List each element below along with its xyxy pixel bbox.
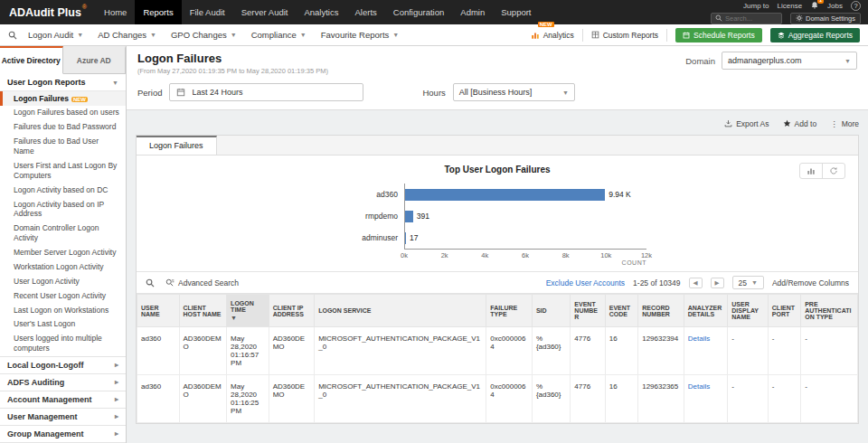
cell-record-number: 129632365 <box>638 375 684 423</box>
add-to-button[interactable]: Add to <box>783 119 817 128</box>
topbar-utility-row: Jump to License 1 Jobs ? <box>711 1 861 11</box>
sidebar-item-logon-failures[interactable]: Logon FailuresNEW <box>0 91 126 106</box>
col-client-ip-address[interactable]: CLIENT IP ADDRESS <box>269 295 315 327</box>
aggregate-reports-button[interactable]: Aggregate Reports <box>770 28 860 42</box>
sort-desc-icon[interactable]: ▼ <box>231 315 265 321</box>
sidebar-group-account-management[interactable]: Account Management▸ <box>0 391 126 408</box>
col-analyzer-details[interactable]: ANALYZER DETAILS <box>684 295 728 327</box>
license-link[interactable]: License <box>778 2 803 10</box>
hours-dropdown[interactable]: All [Business Hours] ▼ <box>453 83 575 101</box>
sidebar-group-user-management[interactable]: User Management▸ <box>0 408 126 425</box>
page-size-dropdown[interactable]: 25 ▼ <box>732 276 764 289</box>
col-client-port[interactable]: CLIENT PORT <box>768 295 800 327</box>
col-user-name[interactable]: USER NAME <box>137 295 180 327</box>
app-logo[interactable]: ADAudit Plus® <box>0 0 96 24</box>
col-client-host-name[interactable]: CLIENT HOST NAME <box>179 295 227 327</box>
col-user-display-name[interactable]: USER DISPLAY NAME <box>728 295 769 327</box>
col-record-number[interactable]: RECORD NUMBER <box>638 295 684 327</box>
tab-logon-failures[interactable]: Logon Failures <box>137 136 217 155</box>
details-link[interactable]: Details <box>688 382 710 391</box>
sidebar-item-logon-activity-dc[interactable]: Logon Activity based on DC <box>0 183 126 197</box>
domain-dropdown[interactable]: admanagerplus.com ▼ <box>722 52 857 70</box>
sidebar-group-adfs-auditing[interactable]: ADFS Auditing▸ <box>0 373 126 391</box>
sidebar-item-users-last-logon[interactable]: User's Last Logon <box>0 317 126 332</box>
sidebar-item-last-logon-workstations[interactable]: Last Logon on Workstations <box>0 303 126 317</box>
global-search[interactable] <box>711 13 782 24</box>
help-icon[interactable]: ? <box>851 1 861 11</box>
analytics-button[interactable]: NEW Analytics <box>531 31 574 40</box>
menu-gpo-changes[interactable]: GPO Changes▼ <box>171 30 237 40</box>
bar-row: 9.94 K <box>405 184 646 205</box>
sidebar-item-recent-user-logon[interactable]: Recent User Logon Activity <box>0 288 126 303</box>
sidebar-group-group-management[interactable]: Group Management▸ <box>0 425 126 442</box>
nav-alerts[interactable]: Alerts <box>346 0 384 24</box>
prev-page-button[interactable]: ◀ <box>689 278 703 288</box>
section-label: User Logon Reports <box>7 78 86 87</box>
group-label: Local Logon-Logoff <box>7 361 83 370</box>
calendar-icon <box>683 32 690 39</box>
domain-selector: Domain admanagerplus.com ▼ <box>685 52 857 70</box>
title-block: Logon Failures (From May 27,2020 01:19:3… <box>137 52 328 75</box>
nav-configuration[interactable]: Configuration <box>385 0 453 24</box>
jobs-link[interactable]: Jobs <box>827 2 843 10</box>
nav-server-audit[interactable]: Server Audit <box>233 0 297 24</box>
advanced-search-button[interactable]: Advanced Search <box>165 278 239 287</box>
sidebar-group-local-logon-logoff[interactable]: Local Logon-Logoff▸ <box>0 356 126 373</box>
nav-support[interactable]: Support <box>493 0 539 24</box>
sidebar-item-first-last-logon-by-computers[interactable]: Users First and Last Logon By Computers <box>0 158 126 183</box>
custom-reports-button[interactable]: Custom Reports <box>591 31 658 40</box>
next-page-button[interactable]: ▶ <box>711 278 724 288</box>
bar-adminuser[interactable] <box>405 232 406 244</box>
menu-compliance[interactable]: Compliance▼ <box>251 30 307 40</box>
sidebar-item-failures-bad-user-name[interactable]: Failures due to Bad User Name <box>0 135 126 159</box>
more-button[interactable]: ⋮ More <box>830 119 859 128</box>
chart-refresh-icon[interactable] <box>822 164 844 178</box>
sidebar-item-logon-failures-based-on-users[interactable]: Logon Failures based on users <box>0 106 126 120</box>
sidebar-item-users-multiple-computers[interactable]: Users logged into multiple computers <box>0 332 126 356</box>
col-sid[interactable]: SID <box>532 295 570 327</box>
col-logon-time[interactable]: LOGON TIME ▼ <box>227 295 269 327</box>
bar-rmpdemo[interactable] <box>405 211 413 222</box>
schedule-reports-button[interactable]: Schedule Reports <box>675 28 762 42</box>
sidebar-section-user-logon-reports[interactable]: User Logon Reports ▼ <box>0 74 126 91</box>
period-picker[interactable]: Last 24 Hours <box>169 83 363 101</box>
col-event-number[interactable]: EVENT NUMBER <box>571 295 605 327</box>
col-failure-type[interactable]: FAILURE TYPE <box>486 295 533 327</box>
table-search-icon[interactable] <box>146 278 155 287</box>
tab-azure-ad[interactable]: Azure AD <box>63 46 127 74</box>
chart-type-icon[interactable] <box>800 164 822 178</box>
sidebar-item-failures-bad-password[interactable]: Failures due to Bad Password <box>0 120 126 135</box>
reports-search-icon[interactable] <box>8 31 17 40</box>
notifications-button[interactable]: 1 <box>810 1 819 10</box>
jump-to-link[interactable]: Jump to <box>743 2 769 10</box>
col-pre-authentication-type[interactable]: PRE AUTHENTICATION TYPE <box>801 295 858 327</box>
bar-ad360[interactable] <box>405 189 605 201</box>
nav-admin[interactable]: Admin <box>452 0 493 24</box>
nav-analytics[interactable]: Analytics <box>296 0 346 24</box>
nav-file-audit[interactable]: File Audit <box>182 0 233 24</box>
col-event-code[interactable]: EVENT CODE <box>605 295 637 327</box>
tab-active-directory[interactable]: Active Directory <box>0 46 63 74</box>
exclude-user-accounts-link[interactable]: Exclude User Accounts <box>546 278 625 287</box>
cell-failure-type: 0xc0000064 <box>486 375 533 423</box>
global-search-input[interactable] <box>725 14 778 23</box>
menu-ad-changes[interactable]: AD Changes▼ <box>98 30 156 40</box>
domain-settings-button[interactable]: Domain Settings <box>790 13 861 24</box>
x-tick: 10k <box>600 251 611 259</box>
col-logon-service[interactable]: LOGON SERVICE <box>315 295 486 327</box>
cell-client-host-name: AD360DEMO <box>179 375 227 423</box>
menu-favourite-reports[interactable]: Favourite Reports▼ <box>321 30 399 40</box>
sidebar-item-member-server-logon[interactable]: Member Server Logon Activity <box>0 246 126 260</box>
chevron-down-icon: ▼ <box>300 32 307 38</box>
add-remove-columns-button[interactable]: Add/Remove Columns <box>772 278 849 287</box>
sidebar-item-domain-controller-logon[interactable]: Domain Controller Logon Activity <box>0 222 126 246</box>
sidebar-item-user-logon-activity[interactable]: User Logon Activity <box>0 274 126 288</box>
nav-home[interactable]: Home <box>96 0 135 24</box>
sidebar-item-workstation-logon[interactable]: Workstation Logon Activity <box>0 259 126 274</box>
sidebar-item-logon-activity-ip[interactable]: Logon Activity based on IP Address <box>0 197 126 222</box>
sidebar-item-label: Logon Failures <box>14 94 69 103</box>
details-link[interactable]: Details <box>688 335 710 343</box>
export-as-button[interactable]: Export As <box>724 119 769 128</box>
nav-reports[interactable]: Reports <box>135 0 181 24</box>
menu-logon-audit[interactable]: Logon Audit▼ <box>28 30 83 40</box>
